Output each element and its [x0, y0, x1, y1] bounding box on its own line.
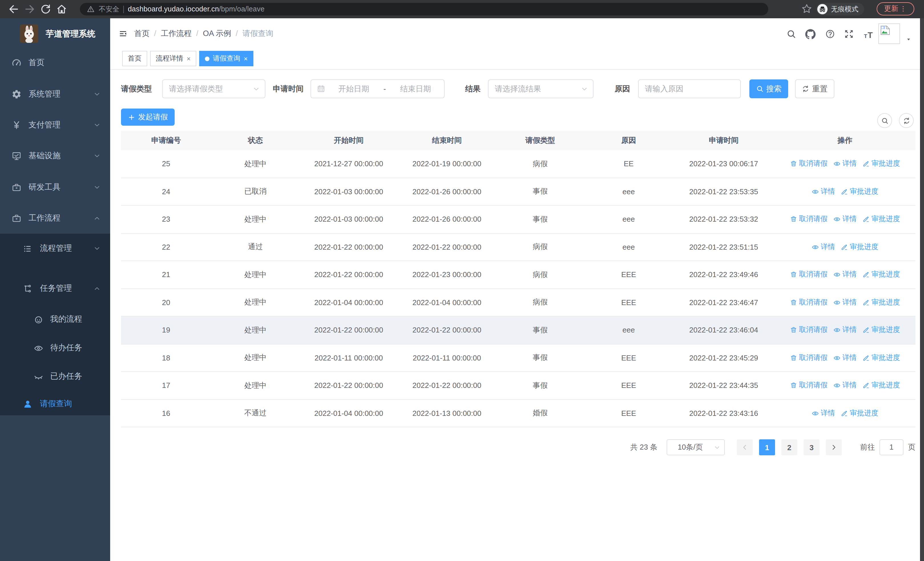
result-select[interactable]: 请选择流结果 — [488, 80, 594, 98]
tab-1[interactable]: 首页 — [122, 51, 147, 66]
cell-id: 20 — [121, 298, 211, 307]
cancel-action-link[interactable]: 取消请假 — [790, 353, 828, 363]
next-page-button[interactable] — [826, 439, 842, 455]
detail-action-link[interactable]: 详情 — [833, 381, 856, 391]
progress-action-link[interactable]: 审批进度 — [841, 242, 878, 252]
reason-input[interactable]: 请输入原因 — [638, 80, 741, 98]
cancel-action-link[interactable]: 取消请假 — [790, 159, 828, 169]
bookmark-star-icon[interactable] — [801, 3, 812, 14]
page-scrollbar[interactable] — [920, 18, 924, 561]
search-button[interactable]: 搜索 — [749, 80, 788, 98]
tab-2[interactable]: 流程详情× — [150, 51, 196, 66]
sidebar-item-1[interactable]: 首页 — [0, 47, 110, 78]
progress-action-link[interactable]: 审批进度 — [862, 381, 900, 391]
prev-page-button[interactable] — [737, 439, 753, 455]
sidebar-subitem-3[interactable]: 我的流程 — [0, 307, 110, 332]
cell-status: 处理中 — [211, 214, 300, 224]
leave-type-select[interactable]: 请选择请假类型 — [162, 80, 266, 98]
font-size-icon[interactable]: TT — [863, 29, 874, 41]
progress-action-link[interactable]: 审批进度 — [862, 159, 900, 169]
avatar[interactable] — [878, 23, 900, 44]
detail-action-link[interactable]: 详情 — [812, 409, 835, 418]
cell-end: 2022-01-26 00:00:00 — [398, 215, 496, 224]
address-bar[interactable]: 不安全 dashboard.yudao.iocoder.cn/bpm/oa/le… — [80, 3, 768, 15]
progress-action-link[interactable]: 审批进度 — [862, 298, 900, 307]
detail-action-link[interactable]: 详情 — [833, 298, 856, 307]
logo-row[interactable]: 芋道管理系统 — [0, 24, 110, 43]
sidebar-collapse-icon[interactable] — [119, 30, 127, 38]
sidebar-item-4[interactable]: 基础设施 — [0, 141, 110, 171]
progress-action-link[interactable]: 审批进度 — [862, 353, 900, 363]
detail-action-link[interactable]: 详情 — [833, 215, 856, 224]
table-row: 16不通过2022-01-04 00:00:002022-01-13 00:00… — [121, 400, 915, 427]
detail-action-link[interactable]: 详情 — [833, 353, 856, 363]
goto-page-input[interactable]: 1 — [879, 439, 903, 455]
breadcrumb-item[interactable]: OA 示例 — [203, 28, 231, 39]
sidebar-subitem-label: 请假查询 — [40, 399, 72, 409]
sidebar-item-5[interactable]: 研发工具 — [0, 171, 110, 203]
incognito-icon — [817, 4, 828, 14]
cell-start: 2022-01-04 00:00:00 — [300, 409, 398, 418]
search-icon[interactable] — [786, 29, 796, 39]
detail-action-link[interactable]: 详情 — [833, 270, 856, 280]
column-header: 状态 — [211, 135, 300, 146]
tab-close-icon[interactable]: × — [187, 55, 190, 62]
tab-close-icon[interactable]: × — [244, 55, 248, 62]
cancel-action-link[interactable]: 取消请假 — [790, 215, 828, 224]
create-leave-button[interactable]: 发起请假 — [121, 108, 175, 126]
gear-icon — [11, 89, 22, 99]
cancel-action-link[interactable]: 取消请假 — [790, 298, 828, 307]
progress-action-link[interactable]: 审批进度 — [862, 215, 900, 224]
browser-home-icon[interactable] — [56, 3, 68, 15]
cell-status: 已取消 — [211, 186, 300, 197]
progress-action-link[interactable]: 审批进度 — [841, 187, 878, 197]
progress-action-link[interactable]: 审批进度 — [862, 325, 900, 335]
progress-action-link[interactable]: 审批进度 — [862, 270, 900, 280]
cancel-action-link[interactable]: 取消请假 — [790, 325, 828, 335]
cell-applied: 2022-01-22 23:46:04 — [673, 326, 774, 334]
detail-action-link[interactable]: 详情 — [833, 325, 856, 335]
pencil-icon — [862, 382, 870, 390]
page-button-2[interactable]: 2 — [782, 439, 797, 455]
progress-action-link[interactable]: 审批进度 — [841, 409, 878, 418]
toggle-search-button[interactable] — [877, 113, 892, 128]
chevron-down-icon — [93, 90, 101, 98]
browser-menu-button[interactable]: 更新 — [877, 2, 914, 15]
sidebar-subitem-2[interactable]: 任务管理 — [0, 276, 110, 301]
help-icon[interactable] — [825, 29, 835, 39]
tab-3[interactable]: 请假查询× — [199, 51, 254, 66]
sidebar-item-2[interactable]: 系统管理 — [0, 78, 110, 110]
reset-button[interactable]: 重置 — [795, 80, 834, 98]
detail-action-link[interactable]: 详情 — [812, 242, 835, 252]
cancel-action-link[interactable]: 取消请假 — [790, 270, 828, 280]
detail-action-link[interactable]: 详情 — [833, 159, 856, 169]
page-button-3[interactable]: 3 — [804, 439, 819, 455]
action-label: 审批进度 — [850, 242, 878, 252]
cancel-action-link[interactable]: 取消请假 — [790, 381, 828, 391]
yen-icon — [11, 120, 22, 130]
fullscreen-icon[interactable] — [844, 29, 854, 39]
action-label: 详情 — [842, 381, 856, 391]
github-icon[interactable] — [805, 29, 816, 39]
sidebar-subitem-1[interactable]: 流程管理 — [0, 236, 110, 261]
browser-back-icon[interactable] — [8, 3, 20, 15]
pagination: 共 23 条 10条/页 123 前往 1 页 — [110, 439, 915, 455]
cell-end: 2022-01-22 00:00:00 — [398, 326, 496, 334]
browser-forward-icon[interactable] — [24, 3, 35, 15]
sidebar-item-3[interactable]: 支付管理 — [0, 110, 110, 141]
page-size-select[interactable]: 10条/页 — [667, 439, 725, 455]
refresh-table-button[interactable] — [899, 113, 914, 128]
detail-action-link[interactable]: 详情 — [812, 187, 835, 197]
sidebar-subitem-4[interactable]: 待办任务 — [0, 335, 110, 361]
breadcrumb-item[interactable]: 首页 — [134, 28, 150, 39]
sidebar-subitem-6[interactable]: 请假查询 — [0, 391, 110, 417]
avatar-caret-icon[interactable] — [906, 37, 912, 42]
action-label: 取消请假 — [799, 325, 828, 335]
apply-time-range-input[interactable]: 开始日期 - 结束日期 — [310, 80, 445, 98]
page-button-1[interactable]: 1 — [759, 439, 775, 455]
table-row: 18处理中2022-01-11 00:00:002022-01-11 00:00… — [121, 344, 915, 372]
breadcrumb-item[interactable]: 工作流程 — [161, 28, 192, 39]
sidebar-item-6[interactable]: 工作流程 — [0, 203, 110, 234]
browser-reload-icon[interactable] — [40, 3, 51, 15]
sidebar-subitem-5[interactable]: 已办任务 — [0, 364, 110, 389]
